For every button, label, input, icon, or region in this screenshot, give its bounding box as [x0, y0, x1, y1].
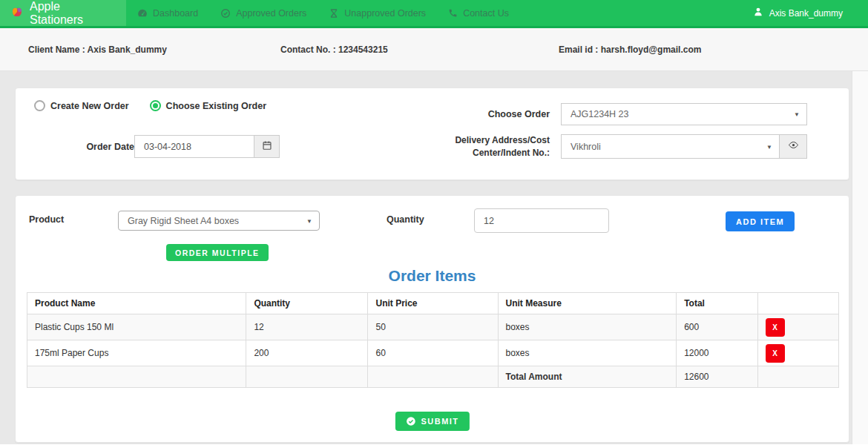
col-total: Total — [677, 293, 757, 314]
check-circle-icon — [405, 416, 415, 426]
radio-label: Create New Order — [50, 101, 129, 111]
table-total-row: Total Amount 12600 — [27, 366, 839, 388]
vertical-scrollbar[interactable] — [852, 71, 868, 444]
delete-item-button[interactable]: X — [766, 344, 785, 363]
quantity-input[interactable] — [474, 208, 609, 233]
col-product-name: Product Name — [27, 293, 246, 314]
delivery-address-group: Vikhroli ▼ — [561, 134, 807, 159]
order-items-panel: Product Gray Rigid Sheet A4 boxes ▼ Quan… — [15, 195, 849, 443]
delivery-address-select[interactable]: Vikhroli ▼ — [561, 134, 780, 159]
product-select[interactable]: Gray Rigid Sheet A4 boxes ▼ — [118, 211, 320, 231]
nav-item-dashboard[interactable]: Dashboard — [126, 0, 209, 26]
cell-product: 175ml Paper Cups — [27, 340, 246, 366]
client-info-bar: Client Name : Axis Bank_dummy Contact No… — [0, 28, 868, 71]
submit-label: SUBMIT — [421, 417, 458, 426]
delivery-address-label: Delivery Address/Cost Center/Indent No.: — [412, 134, 550, 159]
user-name: Axis Bank_dummy — [769, 8, 843, 19]
order-multiple-button[interactable]: ORDER MULTIPLE — [166, 244, 269, 261]
dashboard-icon — [137, 8, 148, 19]
add-item-button[interactable]: ADD ITEM — [726, 211, 795, 231]
nav-menu: Dashboard Approved Orders Unapproved Ord… — [126, 0, 520, 26]
col-unit-price: Unit Price — [368, 293, 498, 314]
order-selection-panel: Create New Order Choose Existing Order O… — [15, 88, 849, 180]
col-actions — [757, 293, 838, 314]
cell-quantity: 12 — [246, 314, 368, 340]
choose-order-label: Choose Order — [431, 109, 550, 119]
product-value: Gray Rigid Sheet A4 boxes — [128, 216, 239, 226]
cell-unit-measure: boxes — [498, 314, 677, 340]
total-amount-label: Total Amount — [498, 366, 677, 388]
order-date-group — [134, 135, 280, 158]
radio-create-new-order[interactable]: Create New Order — [34, 100, 129, 111]
cell-unit-measure: boxes — [498, 340, 677, 366]
order-items-table: Product Name Quantity Unit Price Unit Me… — [27, 292, 839, 388]
quantity-label: Quantity — [387, 214, 424, 225]
cell-total: 600 — [677, 314, 757, 340]
cell-unit-price: 60 — [368, 340, 498, 366]
eye-icon — [788, 139, 799, 154]
col-unit-measure: Unit Measure — [498, 293, 677, 314]
nav-item-label: Unapproved Orders — [344, 8, 426, 19]
radio-choose-existing-order[interactable]: Choose Existing Order — [150, 100, 266, 111]
nav-item-label: Approved Orders — [236, 8, 306, 19]
nav-item-contact-us[interactable]: Contact Us — [437, 0, 520, 26]
radio-button-icon — [34, 100, 45, 111]
cell-unit-price: 50 — [368, 314, 498, 340]
nav-item-unapproved-orders[interactable]: Unapproved Orders — [318, 0, 437, 26]
top-navbar: Apple Stationers Dashboard Approved Orde… — [0, 0, 868, 28]
order-type-radio-group: Create New Order Choose Existing Order — [34, 100, 266, 111]
cell-total: 12000 — [677, 340, 757, 366]
brand[interactable]: Apple Stationers — [0, 0, 126, 26]
delivery-address-value: Vikhroli — [571, 142, 601, 152]
calendar-icon — [262, 140, 272, 154]
hourglass-icon — [329, 8, 339, 19]
calendar-addon-button[interactable] — [254, 135, 280, 158]
submit-button[interactable]: SUBMIT — [395, 412, 469, 431]
check-circle-icon — [220, 8, 231, 19]
table-row: Plastic Cups 150 Ml 12 50 boxes 600 X — [27, 314, 839, 340]
cell-product: Plastic Cups 150 Ml — [27, 314, 246, 340]
apple-logo-icon — [10, 5, 24, 22]
radio-label: Choose Existing Order — [166, 101, 266, 111]
chevron-down-icon: ▼ — [766, 143, 772, 150]
nav-item-label: Dashboard — [153, 8, 198, 19]
choose-order-select[interactable]: AJG1234H 23 ▼ — [561, 103, 807, 125]
client-name: Client Name : Axis Bank_dummy — [0, 44, 280, 55]
user-icon — [753, 7, 763, 19]
nav-item-label: Contact Us — [463, 8, 509, 19]
cell-quantity: 200 — [246, 340, 368, 366]
user-menu[interactable]: Axis Bank_dummy — [753, 0, 868, 26]
product-label: Product — [29, 214, 64, 225]
delete-item-button[interactable]: X — [766, 318, 785, 337]
order-items-heading: Order Items — [16, 267, 849, 285]
phone-icon — [448, 8, 458, 18]
radio-button-selected-icon — [150, 100, 161, 111]
order-date-label: Order Date — [45, 142, 134, 152]
table-header-row: Product Name Quantity Unit Price Unit Me… — [27, 293, 839, 314]
chevron-down-icon: ▼ — [306, 217, 312, 224]
chevron-down-icon: ▼ — [794, 111, 800, 118]
client-email: Email id : harsh.floyd@gmail.com — [559, 44, 868, 55]
order-date-input[interactable] — [134, 135, 254, 158]
client-contact: Contact No. : 1234543215 — [280, 44, 559, 55]
col-quantity: Quantity — [246, 293, 368, 314]
nav-item-approved-orders[interactable]: Approved Orders — [209, 0, 318, 26]
table-row: 175ml Paper Cups 200 60 boxes 12000 X — [27, 340, 839, 366]
page-content: Create New Order Choose Existing Order O… — [0, 71, 868, 444]
choose-order-value: AJG1234H 23 — [571, 109, 629, 119]
total-amount-value: 12600 — [677, 366, 757, 388]
brand-label: Apple Stationers — [30, 0, 116, 27]
view-address-button[interactable] — [780, 134, 807, 159]
